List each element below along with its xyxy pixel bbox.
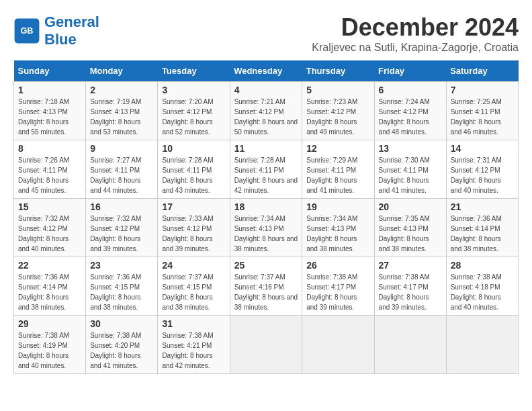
calendar-week-row: 15Sunrise: 7:32 AMSunset: 4:12 PMDayligh… xyxy=(14,199,519,257)
calendar-cell: 18Sunrise: 7:34 AMSunset: 4:13 PMDayligh… xyxy=(230,199,302,257)
day-number: 22 xyxy=(18,260,81,271)
calendar-cell: 9Sunrise: 7:27 AMSunset: 4:11 PMDaylight… xyxy=(86,140,158,199)
day-header-thursday: Thursday xyxy=(302,60,374,82)
day-number: 11 xyxy=(234,143,298,154)
calendar-cell: 4Sunrise: 7:21 AMSunset: 4:12 PMDaylight… xyxy=(230,82,302,140)
day-info: Sunrise: 7:38 AMSunset: 4:20 PMDaylight:… xyxy=(90,330,153,371)
logo-line2: Blue xyxy=(44,31,77,48)
day-number: 27 xyxy=(379,260,442,271)
calendar-cell: 10Sunrise: 7:28 AMSunset: 4:11 PMDayligh… xyxy=(158,140,230,199)
day-number: 15 xyxy=(18,201,81,212)
day-info: Sunrise: 7:24 AMSunset: 4:12 PMDaylight:… xyxy=(379,97,442,137)
day-info: Sunrise: 7:36 AMSunset: 4:15 PMDaylight:… xyxy=(90,272,153,312)
day-info: Sunrise: 7:35 AMSunset: 4:13 PMDaylight:… xyxy=(379,214,442,254)
calendar-cell: 17Sunrise: 7:33 AMSunset: 4:12 PMDayligh… xyxy=(158,199,230,257)
day-info: Sunrise: 7:33 AMSunset: 4:12 PMDaylight:… xyxy=(162,214,225,254)
day-info: Sunrise: 7:23 AMSunset: 4:12 PMDaylight:… xyxy=(306,97,369,137)
calendar-cell: 15Sunrise: 7:32 AMSunset: 4:12 PMDayligh… xyxy=(14,199,86,257)
day-header-sunday: Sunday xyxy=(14,60,86,82)
calendar-cell: 5Sunrise: 7:23 AMSunset: 4:12 PMDaylight… xyxy=(302,82,374,140)
calendar-cell: 26Sunrise: 7:38 AMSunset: 4:17 PMDayligh… xyxy=(302,257,374,316)
day-info: Sunrise: 7:36 AMSunset: 4:14 PMDaylight:… xyxy=(18,272,81,312)
day-number: 21 xyxy=(451,201,514,212)
calendar-cell: 3Sunrise: 7:20 AMSunset: 4:12 PMDaylight… xyxy=(158,82,230,140)
calendar-header-row: SundayMondayTuesdayWednesdayThursdayFrid… xyxy=(14,60,519,82)
day-number: 16 xyxy=(90,201,153,212)
day-number: 26 xyxy=(306,260,369,271)
logo-icon: GB xyxy=(13,17,40,44)
day-info: Sunrise: 7:30 AMSunset: 4:11 PMDaylight:… xyxy=(379,155,442,195)
month-title: December 2024 xyxy=(312,13,519,42)
day-header-monday: Monday xyxy=(86,60,158,82)
day-number: 9 xyxy=(90,143,153,154)
day-info: Sunrise: 7:32 AMSunset: 4:12 PMDaylight:… xyxy=(18,214,81,254)
day-info: Sunrise: 7:36 AMSunset: 4:14 PMDaylight:… xyxy=(451,214,514,254)
calendar-cell: 6Sunrise: 7:24 AMSunset: 4:12 PMDaylight… xyxy=(374,82,446,140)
title-section: December 2024 Kraljevec na Sutli, Krapin… xyxy=(312,13,519,54)
day-header-tuesday: Tuesday xyxy=(158,60,230,82)
calendar-cell: 14Sunrise: 7:31 AMSunset: 4:12 PMDayligh… xyxy=(446,140,518,199)
calendar-cell: 29Sunrise: 7:38 AMSunset: 4:19 PMDayligh… xyxy=(14,316,86,374)
day-info: Sunrise: 7:31 AMSunset: 4:12 PMDaylight:… xyxy=(451,155,514,195)
calendar-cell: 1Sunrise: 7:18 AMSunset: 4:13 PMDaylight… xyxy=(14,82,86,140)
day-number: 20 xyxy=(379,201,442,212)
calendar-cell xyxy=(230,316,302,374)
calendar-cell: 28Sunrise: 7:38 AMSunset: 4:18 PMDayligh… xyxy=(446,257,518,316)
calendar-cell: 27Sunrise: 7:38 AMSunset: 4:17 PMDayligh… xyxy=(374,257,446,316)
calendar-cell xyxy=(302,316,374,374)
calendar-cell: 8Sunrise: 7:26 AMSunset: 4:11 PMDaylight… xyxy=(14,140,86,199)
day-number: 6 xyxy=(379,85,442,95)
day-info: Sunrise: 7:37 AMSunset: 4:16 PMDaylight:… xyxy=(234,272,298,312)
day-info: Sunrise: 7:26 AMSunset: 4:11 PMDaylight:… xyxy=(18,155,81,195)
day-number: 10 xyxy=(162,143,225,154)
day-info: Sunrise: 7:38 AMSunset: 4:17 PMDaylight:… xyxy=(306,272,369,312)
calendar-cell: 7Sunrise: 7:25 AMSunset: 4:11 PMDaylight… xyxy=(446,82,518,140)
day-number: 5 xyxy=(306,85,369,95)
day-number: 19 xyxy=(306,201,369,212)
calendar-week-row: 1Sunrise: 7:18 AMSunset: 4:13 PMDaylight… xyxy=(14,82,519,140)
day-number: 4 xyxy=(234,85,298,95)
calendar-cell: 13Sunrise: 7:30 AMSunset: 4:11 PMDayligh… xyxy=(374,140,446,199)
calendar-cell: 25Sunrise: 7:37 AMSunset: 4:16 PMDayligh… xyxy=(230,257,302,316)
calendar-cell: 11Sunrise: 7:28 AMSunset: 4:11 PMDayligh… xyxy=(230,140,302,199)
day-number: 23 xyxy=(90,260,153,271)
day-info: Sunrise: 7:19 AMSunset: 4:13 PMDaylight:… xyxy=(90,97,153,137)
logo-line1: General xyxy=(44,13,99,30)
logo-text: General Blue xyxy=(44,13,99,49)
day-number: 14 xyxy=(451,143,514,154)
logo: GB General Blue xyxy=(13,13,99,49)
day-info: Sunrise: 7:21 AMSunset: 4:12 PMDaylight:… xyxy=(234,97,298,137)
day-info: Sunrise: 7:25 AMSunset: 4:11 PMDaylight:… xyxy=(451,97,514,137)
day-number: 7 xyxy=(451,85,514,95)
calendar-cell: 30Sunrise: 7:38 AMSunset: 4:20 PMDayligh… xyxy=(86,316,158,374)
calendar-week-row: 29Sunrise: 7:38 AMSunset: 4:19 PMDayligh… xyxy=(14,316,519,374)
day-info: Sunrise: 7:28 AMSunset: 4:11 PMDaylight:… xyxy=(162,155,225,195)
day-number: 18 xyxy=(234,201,298,212)
day-header-saturday: Saturday xyxy=(446,60,518,82)
calendar-cell: 31Sunrise: 7:38 AMSunset: 4:21 PMDayligh… xyxy=(158,316,230,374)
day-info: Sunrise: 7:28 AMSunset: 4:11 PMDaylight:… xyxy=(234,155,298,195)
day-info: Sunrise: 7:38 AMSunset: 4:21 PMDaylight:… xyxy=(162,330,225,371)
day-info: Sunrise: 7:29 AMSunset: 4:11 PMDaylight:… xyxy=(306,155,369,195)
day-number: 24 xyxy=(162,260,225,271)
calendar-cell: 20Sunrise: 7:35 AMSunset: 4:13 PMDayligh… xyxy=(374,199,446,257)
day-number: 2 xyxy=(90,85,153,95)
calendar-cell: 23Sunrise: 7:36 AMSunset: 4:15 PMDayligh… xyxy=(86,257,158,316)
day-info: Sunrise: 7:32 AMSunset: 4:12 PMDaylight:… xyxy=(90,214,153,254)
calendar-cell xyxy=(374,316,446,374)
day-number: 1 xyxy=(18,85,81,95)
calendar-cell: 24Sunrise: 7:37 AMSunset: 4:15 PMDayligh… xyxy=(158,257,230,316)
day-header-wednesday: Wednesday xyxy=(230,60,302,82)
calendar-cell: 19Sunrise: 7:34 AMSunset: 4:13 PMDayligh… xyxy=(302,199,374,257)
calendar-cell: 12Sunrise: 7:29 AMSunset: 4:11 PMDayligh… xyxy=(302,140,374,199)
calendar-cell: 22Sunrise: 7:36 AMSunset: 4:14 PMDayligh… xyxy=(14,257,86,316)
day-info: Sunrise: 7:18 AMSunset: 4:13 PMDaylight:… xyxy=(18,97,81,137)
day-info: Sunrise: 7:20 AMSunset: 4:12 PMDaylight:… xyxy=(162,97,225,137)
day-info: Sunrise: 7:34 AMSunset: 4:13 PMDaylight:… xyxy=(306,214,369,254)
day-number: 30 xyxy=(90,318,153,329)
calendar-cell: 21Sunrise: 7:36 AMSunset: 4:14 PMDayligh… xyxy=(446,199,518,257)
page-header: GB General Blue December 2024 Kraljevec … xyxy=(13,13,519,54)
day-number: 13 xyxy=(379,143,442,154)
calendar-week-row: 22Sunrise: 7:36 AMSunset: 4:14 PMDayligh… xyxy=(14,257,519,316)
day-info: Sunrise: 7:38 AMSunset: 4:17 PMDaylight:… xyxy=(379,272,442,312)
